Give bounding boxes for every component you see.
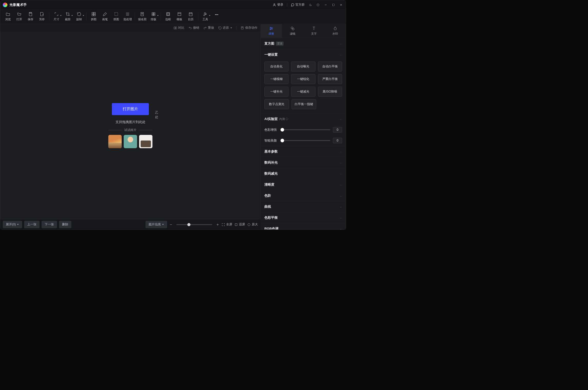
sample-thumb-1[interactable]: [108, 135, 122, 148]
tool-save[interactable]: 保存: [25, 11, 36, 23]
tool-rotate[interactable]: 旋转: [73, 11, 85, 23]
wrench-icon: [203, 12, 208, 16]
redo-button[interactable]: 重做: [203, 26, 214, 30]
preset-6[interactable]: 一键补光: [264, 87, 288, 97]
tool-template[interactable]: 模板: [174, 11, 185, 23]
preset-4[interactable]: 一键锐化: [291, 74, 315, 84]
section-histogram: 直方图 置顶: [261, 38, 346, 49]
preset-grid: 自动美化自动曝光自动白平衡一键模糊一键锐化严重白平衡一键补光一键减光高ISO降噪…: [261, 60, 346, 113]
svg-rect-11: [94, 14, 95, 16]
chevron-down-icon: [340, 217, 342, 219]
preset-2[interactable]: 自动白平衡: [318, 62, 342, 72]
preset-8[interactable]: 高ISO降噪: [318, 87, 342, 97]
section-rgbtone: RGB色调: [261, 223, 346, 229]
open-image-button[interactable]: 打开图片: [112, 103, 149, 115]
preset-0[interactable]: 自动美化: [264, 62, 288, 72]
tool-more[interactable]: [211, 11, 222, 23]
originalsize-button[interactable]: 原大: [247, 222, 258, 227]
titlebar: 光影魔术手 登录 官方群: [0, 0, 346, 9]
crop-icon: [65, 12, 70, 16]
tool-border[interactable]: 边框: [162, 11, 174, 23]
minimize-button[interactable]: [324, 3, 328, 7]
tool-browse[interactable]: 浏览: [2, 11, 14, 23]
tool-batch[interactable]: 批处理: [122, 11, 133, 23]
svg-rect-30: [174, 27, 175, 29]
maximize-button[interactable]: [331, 3, 335, 7]
zoom-slider[interactable]: [176, 224, 212, 225]
undo-button[interactable]: 撤销: [188, 26, 199, 30]
compare-button[interactable]: 对比: [173, 26, 184, 30]
preset-10[interactable]: 白平衡一指键: [292, 99, 316, 109]
filter-icon: [290, 26, 295, 31]
settings-button[interactable]: [316, 3, 320, 7]
tool-idphoto[interactable]: 报名照: [137, 11, 148, 23]
tool-calendar[interactable]: 日历: [185, 11, 196, 23]
fitscreen-button[interactable]: 适屏: [234, 222, 245, 227]
slider-value[interactable]: 0: [333, 138, 342, 143]
preset-3[interactable]: 一键模糊: [264, 74, 288, 84]
svg-rect-16: [154, 13, 155, 14]
tool-collage[interactable]: 拼图: [88, 11, 99, 23]
section-head-histogram[interactable]: 直方图 置顶: [261, 38, 346, 49]
img-info-button[interactable]: 图片信息▼: [146, 221, 167, 228]
resize-icon: [54, 12, 59, 16]
tool-layout[interactable]: 排版: [148, 11, 159, 23]
panel-body: 直方图 置顶 一键设置 自动美化自动曝光自动白平衡一键模糊一键锐化严重白平衡一键…: [261, 38, 346, 229]
calendar-icon: [188, 12, 193, 16]
svg-rect-12: [115, 13, 118, 16]
preset-9[interactable]: 数字点测光: [264, 99, 289, 109]
tool-cutout[interactable]: 抠图: [111, 11, 122, 23]
save-action-button[interactable]: 保存动作: [240, 26, 257, 30]
section-digitaldim: 数码减光: [261, 168, 346, 179]
chevron-down-icon: [340, 151, 342, 153]
open-icon: [17, 12, 22, 16]
close-button[interactable]: [339, 3, 343, 7]
tool-brush[interactable]: 画笔: [99, 11, 111, 23]
tab-adjust[interactable]: 调整: [261, 24, 282, 38]
chevron-down-icon: [340, 173, 342, 175]
svg-rect-17: [152, 14, 153, 16]
community-button[interactable]: 官方群: [291, 3, 305, 7]
canvas-dropzone[interactable]: 打开图片 乙处 支持拖拽图片到此处 试试样片: [0, 32, 261, 219]
actual-icon: [247, 223, 251, 226]
samples-label: 试试样片: [124, 128, 137, 132]
preset-7[interactable]: 一键减光: [291, 87, 315, 97]
expand-button[interactable]: 展开(0)▼: [3, 221, 22, 228]
fullscreen-button[interactable]: 全屏: [221, 222, 232, 227]
sample-thumb-3[interactable]: [139, 135, 152, 148]
chevron-down-icon: [340, 184, 342, 186]
tool-open[interactable]: 打开: [14, 11, 25, 23]
slider-value[interactable]: 0: [333, 127, 342, 133]
bookmark-icon: [240, 26, 244, 30]
tab-text[interactable]: 文字: [303, 24, 325, 38]
pin-badge: 置顶: [276, 42, 284, 46]
slider-track[interactable]: [282, 140, 330, 141]
tool-crop[interactable]: 裁剪: [62, 11, 73, 23]
prev-button[interactable]: 上一张: [24, 221, 40, 228]
svg-rect-15: [152, 13, 153, 14]
delete-button[interactable]: 删除: [59, 221, 71, 228]
tool-saveas[interactable]: 另存: [36, 11, 47, 23]
restore-button[interactable]: 还原: [218, 26, 232, 30]
preset-5[interactable]: 严重白平衡: [318, 74, 342, 84]
more-icon: [214, 12, 219, 17]
tab-watermark[interactable]: 水印: [324, 24, 346, 38]
next-button[interactable]: 下一张: [42, 221, 57, 228]
svg-rect-10: [92, 14, 93, 16]
slider-track[interactable]: [282, 129, 330, 130]
section-head-oneclick[interactable]: 一键设置: [261, 49, 346, 60]
zoom-in[interactable]: [216, 223, 219, 226]
tool-tools[interactable]: 工具: [200, 11, 211, 23]
zoom-out[interactable]: [169, 223, 173, 226]
tool-size[interactable]: 尺寸: [51, 11, 62, 23]
preset-1[interactable]: 自动曝光: [291, 62, 315, 72]
sample-thumb-2[interactable]: [124, 135, 137, 148]
share-button[interactable]: [308, 3, 312, 7]
titlebar-right: 登录 官方群: [273, 3, 343, 7]
panel-tabs: 调整 滤镜 文字 水印: [261, 24, 346, 38]
tab-filter[interactable]: 滤镜: [282, 24, 303, 38]
stack-icon: [125, 12, 130, 16]
text-icon: [312, 26, 316, 31]
section-head-ailab[interactable]: AI实验室 内测: [261, 114, 346, 124]
login-button[interactable]: 登录: [273, 3, 283, 7]
